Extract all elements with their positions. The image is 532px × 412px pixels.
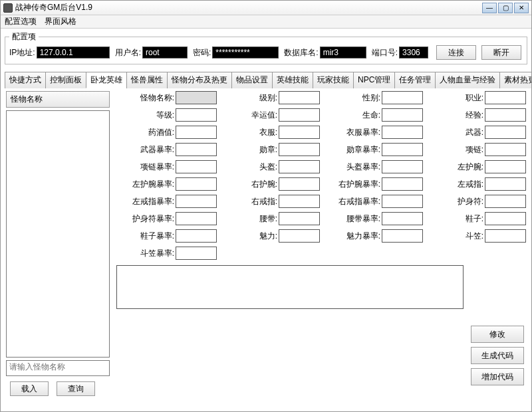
field-input[interactable] bbox=[279, 108, 320, 122]
maximize-button[interactable]: ▢ bbox=[498, 3, 513, 13]
menu-config[interactable]: 配置选项 bbox=[5, 16, 37, 27]
field-label: 右护腕暴率: bbox=[338, 179, 380, 190]
monster-list[interactable] bbox=[6, 110, 110, 358]
field-input[interactable] bbox=[382, 195, 423, 208]
field-label: 左护腕: bbox=[458, 161, 483, 173]
field-label: 斗笠: bbox=[466, 231, 483, 242]
field-input[interactable] bbox=[382, 126, 423, 139]
tab-怪物分布及热更[interactable]: 怪物分布及热更 bbox=[167, 72, 232, 88]
field-input[interactable] bbox=[485, 126, 526, 139]
tab-任务管理[interactable]: 任务管理 bbox=[394, 72, 436, 88]
field-input[interactable] bbox=[176, 143, 217, 156]
output-area[interactable] bbox=[116, 265, 464, 309]
field-input[interactable] bbox=[279, 160, 320, 173]
tab-快捷方式[interactable]: 快捷方式 bbox=[5, 72, 46, 88]
field-input[interactable] bbox=[176, 91, 217, 104]
tab-物品设置[interactable]: 物品设置 bbox=[231, 72, 273, 88]
tab-怪兽属性[interactable]: 怪兽属性 bbox=[126, 72, 168, 88]
field-input[interactable] bbox=[176, 195, 217, 208]
field-4-3: 左护腕: bbox=[426, 160, 526, 173]
field-input[interactable] bbox=[382, 229, 423, 243]
add-code-button[interactable]: 增加代码 bbox=[471, 368, 524, 385]
tab-英雄技能[interactable]: 英雄技能 bbox=[272, 72, 313, 88]
field-input[interactable] bbox=[485, 143, 526, 156]
field-input[interactable] bbox=[176, 160, 217, 173]
disconnect-button[interactable]: 断开 bbox=[481, 45, 521, 60]
generate-code-button[interactable]: 生成代码 bbox=[471, 347, 524, 364]
field-input[interactable] bbox=[485, 212, 526, 225]
field-label: 经验: bbox=[466, 110, 483, 121]
minimize-button[interactable]: — bbox=[482, 3, 497, 13]
field-input[interactable] bbox=[279, 91, 320, 104]
tab-人物血量与经验[interactable]: 人物血量与经验 bbox=[435, 72, 500, 88]
field-label: 衣服暴率: bbox=[346, 127, 380, 138]
field-input[interactable] bbox=[176, 177, 217, 191]
field-input[interactable] bbox=[382, 143, 423, 156]
field-input[interactable] bbox=[176, 108, 217, 122]
field-input[interactable] bbox=[485, 195, 526, 208]
field-input[interactable] bbox=[485, 177, 526, 191]
db-input[interactable] bbox=[320, 47, 366, 58]
field-input[interactable] bbox=[382, 177, 423, 191]
tab-卧龙英雄[interactable]: 卧龙英雄 bbox=[86, 72, 127, 88]
field-2-0: 药酒值: bbox=[116, 126, 217, 139]
ip-input[interactable] bbox=[37, 47, 110, 58]
menu-style[interactable]: 界面风格 bbox=[45, 16, 76, 27]
query-button[interactable]: 查询 bbox=[57, 381, 95, 396]
field-8-1: 魅力: bbox=[219, 229, 320, 243]
field-label: 怪物名称: bbox=[140, 92, 174, 104]
field-input[interactable] bbox=[382, 108, 423, 122]
field-input[interactable] bbox=[279, 143, 320, 156]
modify-button[interactable]: 修改 bbox=[471, 326, 524, 343]
field-input[interactable] bbox=[176, 247, 217, 260]
field-input[interactable] bbox=[382, 91, 423, 104]
field-4-1: 头盔: bbox=[219, 160, 320, 173]
field-3-1: 勋章: bbox=[219, 143, 320, 156]
field-input[interactable] bbox=[176, 229, 217, 243]
user-input[interactable] bbox=[142, 47, 188, 58]
field-input[interactable] bbox=[485, 108, 526, 122]
field-label: 左戒指: bbox=[458, 179, 483, 190]
field-input[interactable] bbox=[279, 195, 320, 208]
user-label: 用户名: bbox=[115, 47, 141, 58]
field-label: 腰带: bbox=[259, 213, 277, 225]
field-input[interactable] bbox=[176, 126, 217, 139]
field-input[interactable] bbox=[279, 177, 320, 191]
field-2-1: 衣服: bbox=[219, 126, 320, 139]
connect-button[interactable]: 连接 bbox=[436, 45, 476, 60]
field-input[interactable] bbox=[279, 126, 320, 139]
field-input[interactable] bbox=[382, 160, 423, 173]
field-2-2: 衣服暴率: bbox=[323, 126, 423, 139]
field-7-2: 腰带暴率: bbox=[323, 212, 423, 225]
field-label: 右戒指: bbox=[251, 196, 277, 207]
field-input[interactable] bbox=[485, 91, 526, 104]
filter-input[interactable] bbox=[9, 362, 106, 371]
tab-素材热更[interactable]: 素材热更 bbox=[499, 72, 532, 88]
field-input[interactable] bbox=[382, 212, 423, 225]
field-input[interactable] bbox=[279, 212, 320, 225]
field-label: 勋章: bbox=[259, 144, 277, 155]
filter-box bbox=[6, 360, 110, 376]
tab-玩家技能[interactable]: 玩家技能 bbox=[313, 72, 354, 88]
field-5-0: 左护腕暴率: bbox=[116, 177, 217, 191]
field-input[interactable] bbox=[485, 160, 526, 173]
field-input[interactable] bbox=[279, 229, 320, 243]
pwd-input[interactable] bbox=[212, 47, 279, 58]
load-button[interactable]: 载入 bbox=[10, 381, 49, 396]
close-button[interactable]: ✕ bbox=[514, 3, 529, 13]
field-label: 勋章暴率: bbox=[346, 144, 380, 155]
tab-控制面板[interactable]: 控制面板 bbox=[45, 72, 86, 88]
port-label: 端口号: bbox=[372, 47, 398, 58]
field-input[interactable] bbox=[176, 212, 217, 225]
port-input[interactable] bbox=[399, 47, 428, 58]
monster-list-header: 怪物名称 bbox=[6, 91, 110, 108]
tab-NPC管理[interactable]: NPC管理 bbox=[353, 72, 395, 88]
field-label: 右护腕: bbox=[251, 179, 277, 190]
field-input[interactable] bbox=[485, 229, 526, 243]
field-label: 腰带暴率: bbox=[346, 213, 380, 225]
field-7-3: 鞋子: bbox=[426, 212, 526, 225]
field-grid: 怪物名称:级别:性别:职业:等级:幸运值:生命:经验:药酒值:衣服:衣服暴率:武… bbox=[116, 91, 526, 260]
field-2-3: 武器: bbox=[426, 126, 526, 139]
field-label: 生命: bbox=[362, 110, 380, 121]
field-label: 武器: bbox=[466, 127, 483, 138]
